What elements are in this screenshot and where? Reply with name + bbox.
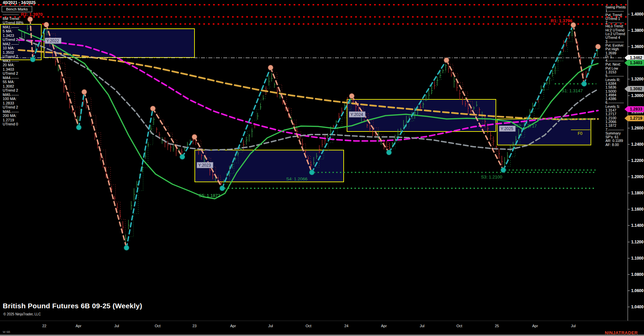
time-axis-label: Apr bbox=[532, 324, 538, 328]
price-axis-label: 1.2000 bbox=[631, 174, 644, 179]
time-axis-label: 24 bbox=[344, 324, 348, 328]
pivot-high-marker bbox=[444, 58, 449, 63]
pivot-high-marker bbox=[571, 23, 576, 28]
year-label: Y:2022 bbox=[46, 39, 59, 43]
price-axis-label: 1.3000 bbox=[631, 93, 644, 98]
year-label: Y:2025 bbox=[501, 126, 513, 131]
resistance-label: R1: 1.3796 bbox=[551, 18, 572, 23]
pivot-low-marker bbox=[76, 125, 82, 130]
pivot-high-marker bbox=[44, 22, 49, 27]
time-axis-label: Oct bbox=[456, 324, 462, 328]
pivot-high-marker bbox=[596, 44, 601, 49]
price-axis-label: 1.1600 bbox=[631, 207, 644, 212]
price-axis-label: 1.1000 bbox=[631, 256, 644, 261]
year-range-box bbox=[195, 150, 344, 182]
ninjatrader-chart-window: R2: 1.3970R1: 1.3796S5: 1.1872S4: 1.2066… bbox=[0, 0, 644, 336]
pivot-high-marker bbox=[192, 135, 197, 140]
pivot-high-marker bbox=[82, 90, 87, 95]
pivot-high-marker bbox=[268, 65, 273, 70]
time-axis-label: Oct bbox=[155, 324, 160, 328]
price-axis-label: 1.0600 bbox=[631, 288, 644, 293]
price-axis-label: 1.1800 bbox=[631, 191, 644, 195]
time-axis-label: Jul bbox=[268, 324, 273, 328]
time-axis-label: Apr bbox=[230, 324, 236, 328]
pivot-high-marker bbox=[151, 106, 156, 111]
time-axis-label: Jul bbox=[420, 324, 424, 328]
price-tag-value: 1.2719 bbox=[630, 116, 642, 121]
price-axis-label: 1.0400 bbox=[631, 305, 644, 309]
pivot-low-marker bbox=[582, 81, 587, 87]
year-label: Y:2024 bbox=[350, 112, 363, 117]
pivot-low-marker bbox=[220, 186, 225, 191]
pivot-low-marker bbox=[180, 154, 185, 160]
year-range-box bbox=[497, 119, 591, 145]
time-axis-label: Jul bbox=[114, 324, 119, 328]
price-tag-value: 1.3082 bbox=[630, 87, 642, 91]
price-axis-label: 1.4000 bbox=[631, 12, 644, 17]
support-label: S5: 1.1872 bbox=[199, 193, 220, 198]
price-axis-label: 1.0800 bbox=[631, 272, 644, 277]
price-axis-label: 1.2400 bbox=[631, 142, 644, 147]
pivot-low-marker bbox=[501, 168, 506, 173]
year-label: Y:2023 bbox=[198, 163, 211, 168]
resistance-label: R2: 1.3970 bbox=[21, 12, 43, 17]
price-tag-value: 1.3462 bbox=[630, 55, 642, 60]
time-axis-label: Apr bbox=[381, 324, 387, 328]
price-tag-value: 1.3403 bbox=[630, 61, 642, 65]
time-axis-label: Jul bbox=[571, 324, 576, 328]
price-tag-value: 1.2833 bbox=[630, 107, 642, 112]
price-axis-label: 1.1200 bbox=[631, 240, 644, 244]
price-axis-label: 1.2600 bbox=[631, 126, 644, 130]
time-axis-label: Apr bbox=[75, 324, 81, 328]
support-label: S1: 1.3147 bbox=[561, 88, 583, 93]
pivot-high-marker bbox=[28, 17, 33, 22]
support-label: S4: 1.2066 bbox=[286, 176, 307, 182]
bottom-status-strip bbox=[0, 335, 644, 336]
price-axis-label: 1.1400 bbox=[631, 223, 644, 228]
support-label: S3: 1.2100 bbox=[481, 174, 502, 179]
f0-label: F0 bbox=[578, 131, 582, 136]
pivot-high-marker bbox=[349, 94, 354, 99]
price-axis-label: 1.3800 bbox=[631, 28, 644, 33]
price-axis-label: 1.3200 bbox=[631, 77, 644, 81]
time-axis-label: 25 bbox=[495, 324, 499, 328]
ma-readout-box bbox=[0, 24, 41, 60]
pivot-low-marker bbox=[309, 170, 315, 175]
time-axis-label: 22 bbox=[42, 324, 46, 328]
pivot-low-marker bbox=[124, 245, 129, 250]
chart-canvas[interactable]: R2: 1.3970R1: 1.3796S5: 1.1872S4: 1.2066… bbox=[0, 0, 644, 336]
pivot-low-marker bbox=[387, 150, 392, 155]
time-axis-label: 23 bbox=[192, 324, 197, 328]
time-axis-label: Oct bbox=[305, 324, 311, 328]
pivot-low-marker bbox=[30, 57, 36, 62]
price-axis-label: 1.3600 bbox=[631, 44, 644, 49]
price-axis-label: 1.2200 bbox=[631, 158, 644, 163]
